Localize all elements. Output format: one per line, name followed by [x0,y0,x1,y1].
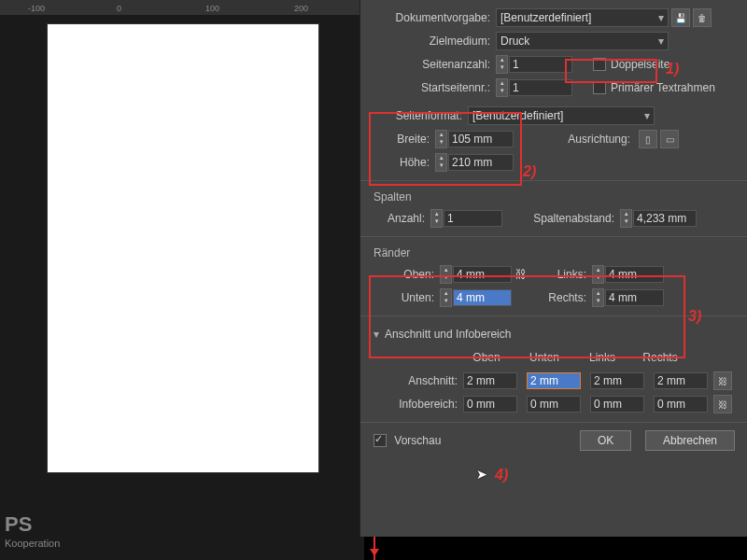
top-spinner[interactable] [440,265,452,284]
ruler-tick: 100 [205,4,219,13]
bleed-right-input[interactable]: 2 mm [654,372,708,389]
col-top: Oben [458,351,515,364]
preview-label: Vorschau [394,434,441,447]
width-input[interactable]: 105 mm [448,131,514,147]
count-label: Anzahl: [374,212,430,225]
divider [360,236,747,237]
top-input[interactable]: 4 mm [453,266,512,283]
columns-title: Spalten [374,189,735,205]
bleed-link-icon[interactable]: ⛓ [713,371,732,390]
logo-sub: Kooperation [5,538,60,549]
annotation-4: 4) [495,467,508,483]
document-canvas: -100 0 100 200 PS Kooperation [0,0,364,560]
start-spinner[interactable] [496,78,508,97]
ok-button[interactable]: OK [580,430,631,451]
col-left: Links [573,351,631,364]
frame-label: Primärer Textrahmen [611,81,715,94]
divider [360,422,747,423]
right-spinner[interactable] [592,288,604,307]
bleed-label: Anschnitt: [374,374,463,387]
bleed-bottom-input[interactable]: 2 mm [527,372,581,389]
cancel-button[interactable]: Abbrechen [645,430,735,451]
slug-link-icon[interactable]: ⛓ [713,395,732,413]
bleed-left-input[interactable]: 2 mm [590,372,644,389]
bottom-input[interactable]: 4 mm [453,289,512,306]
pages-spinner[interactable] [496,55,508,74]
annotation-arrow [374,537,375,560]
bottom-spinner[interactable] [440,288,452,307]
left-label: Links: [530,268,592,281]
logo-text: PS [5,512,32,537]
slug-right-input[interactable]: 0 mm [654,396,708,413]
slug-top-input[interactable]: 0 mm [463,396,517,413]
slug-label: Infobereich: [374,398,463,411]
ruler-tick: 200 [294,4,308,13]
annotation-3: 3) [688,308,701,325]
page-preview [47,23,319,473]
height-input[interactable]: 210 mm [448,154,514,171]
facing-checkbox[interactable] [593,58,606,71]
height-label: Höhe: [374,156,435,169]
top-label: Oben: [374,268,440,281]
start-label: Startseitennr.: [374,81,496,94]
width-spinner[interactable] [435,130,447,148]
new-document-dialog: Dokumentvorgabe: [Benutzerdefiniert] 💾 🗑… [359,0,747,537]
left-input[interactable]: 4 mm [605,266,664,283]
annotation-2: 2) [523,163,536,180]
ruler-tick: 0 [117,4,121,13]
gutter-label: Spaltenabstand: [502,212,620,225]
preset-select[interactable]: [Benutzerdefiniert] [496,8,669,27]
start-input[interactable]: 1 [509,79,572,96]
ruler-tick: -100 [28,4,45,13]
delete-preset-icon[interactable]: 🗑 [693,8,712,27]
pagesize-select[interactable]: [Benutzerdefiniert] [468,106,655,125]
slug-bottom-input[interactable]: 0 mm [527,396,581,413]
disclosure-icon[interactable]: ▾ [374,328,379,341]
frame-checkbox[interactable] [593,81,606,94]
portrait-icon[interactable]: ▯ [639,130,657,148]
width-label: Breite: [374,133,435,146]
count-input[interactable]: 1 [444,210,502,227]
col-right: Rechts [631,351,689,364]
landscape-icon[interactable]: ▭ [660,130,679,148]
left-spinner[interactable] [592,265,604,284]
height-spinner[interactable] [435,153,447,172]
margins-title: Ränder [374,245,735,261]
bleed-top-input[interactable]: 2 mm [463,372,517,389]
pages-input[interactable]: 1 [509,56,572,73]
slug-left-input[interactable]: 0 mm [590,396,644,413]
gutter-input[interactable]: 4,233 mm [633,210,697,227]
gutter-spinner[interactable] [620,209,632,228]
intent-label: Zielmedium: [374,35,496,48]
link-icon[interactable]: ⛓ [512,268,530,281]
ruler-horizontal: -100 0 100 200 [0,0,364,15]
right-input[interactable]: 4 mm [605,289,664,306]
orient-label: Ausrichtung: [514,133,636,146]
pagesize-label: Seitenformat: [374,109,468,122]
preview-checkbox[interactable] [374,434,387,447]
bleed-title: Anschnitt und Infobereich [385,328,511,341]
save-preset-icon[interactable]: 💾 [671,8,690,27]
right-label: Rechts: [530,291,592,304]
bottom-label: Unten: [374,291,440,304]
col-bottom: Unten [515,351,573,364]
divider [360,180,747,181]
count-spinner[interactable] [430,209,443,228]
annotation-1: 1) [666,61,679,77]
intent-select[interactable]: Druck [496,32,669,50]
pages-label: Seitenanzahl: [374,58,496,71]
facing-label: Doppelseite [611,58,669,71]
preset-label: Dokumentvorgabe: [374,11,496,24]
